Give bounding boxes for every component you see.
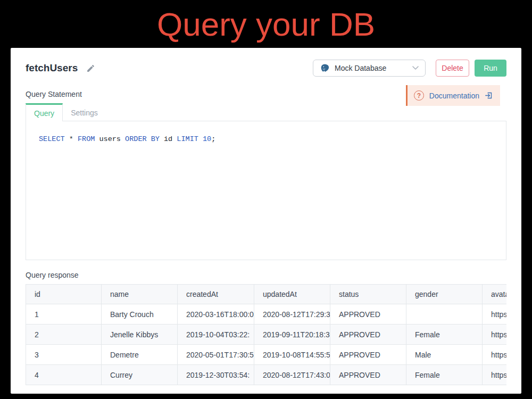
column-header-updatedAt: updatedAt <box>254 285 330 304</box>
cell-createdAt: 2020-05-01T17:30:5 <box>178 345 254 365</box>
cell-avatar: https:// <box>483 304 507 325</box>
response-section-label: Query response <box>26 271 506 279</box>
table-row: 1Barty Crouch2020-03-16T18:00:02020-08-1… <box>26 304 507 325</box>
column-header-name: name <box>102 285 178 304</box>
chevron-down-icon <box>412 66 419 70</box>
cell-name: Demetre <box>102 345 178 365</box>
documentation-label: Documentation <box>429 92 479 100</box>
column-header-id: id <box>26 285 102 304</box>
datasource-selected: Mock Database <box>335 64 408 72</box>
cell-status: APPROVED <box>330 365 406 385</box>
delete-button[interactable]: Delete <box>436 60 469 77</box>
cell-name: Currey <box>102 365 178 385</box>
cell-status: APPROVED <box>330 304 406 325</box>
cell-avatar: https:// <box>483 365 507 385</box>
query-panel: fetchUsers Mock Database <box>11 48 521 394</box>
column-header-createdAt: createdAt <box>178 285 254 304</box>
toolbar-controls: Mock Database Delete Run <box>313 60 506 77</box>
cell-id: 4 <box>26 365 102 385</box>
column-header-gender: gender <box>406 285 483 304</box>
cell-gender: Male <box>406 345 483 365</box>
cell-avatar: https:// <box>483 325 507 345</box>
cell-updatedAt: 2019-09-11T20:18:3 <box>254 325 330 345</box>
sql-editor[interactable]: SELECT * FROM users ORDER BY id LIMIT 10… <box>26 121 506 260</box>
cell-status: APPROVED <box>330 345 406 365</box>
question-circle-icon: ? <box>414 90 424 101</box>
table-header-row: idnamecreatedAtupdatedAtstatusgenderavat… <box>26 285 507 304</box>
datasource-dropdown[interactable]: Mock Database <box>313 60 426 77</box>
documentation-link[interactable]: ? Documentation <box>406 85 500 106</box>
cell-status: APPROVED <box>330 325 406 345</box>
cell-updatedAt: 2020-08-12T17:43:0 <box>254 365 330 385</box>
query-response-table: idnamecreatedAtupdatedAtstatusgenderavat… <box>26 284 506 385</box>
cell-avatar: https:// <box>483 345 507 365</box>
external-link-icon <box>485 92 493 99</box>
page: Query your DB fetchUsers Mock Database <box>0 0 532 399</box>
cell-gender: Female <box>406 325 483 345</box>
column-header-status: status <box>330 285 406 304</box>
cell-updatedAt: 2019-10-08T14:55:5 <box>254 345 330 365</box>
cell-createdAt: 2020-03-16T18:00:0 <box>178 304 254 325</box>
postgresql-icon <box>320 63 330 73</box>
cell-updatedAt: 2020-08-12T17:29:3 <box>254 304 330 325</box>
run-button[interactable]: Run <box>475 60 506 77</box>
table-row: 3Demetre2020-05-01T17:30:52019-10-08T14:… <box>26 345 507 365</box>
query-name-wrap: fetchUsers <box>26 62 95 74</box>
tab-settings[interactable]: Settings <box>63 103 106 121</box>
query-response-container: idnamecreatedAtupdatedAtstatusgenderavat… <box>26 284 506 385</box>
query-name: fetchUsers <box>26 62 78 74</box>
query-toolbar: fetchUsers Mock Database <box>26 48 506 77</box>
edit-pencil-icon[interactable] <box>86 64 95 73</box>
table-row: 4Currey2019-12-30T03:54:2020-08-12T17:43… <box>26 365 507 385</box>
cell-id: 2 <box>26 325 102 345</box>
page-title: Query your DB <box>0 0 532 48</box>
cell-createdAt: 2019-12-30T03:54: <box>178 365 254 385</box>
cell-id: 3 <box>26 345 102 365</box>
sql-code-line: SELECT * FROM users ORDER BY id LIMIT 10… <box>39 135 493 143</box>
cell-gender <box>406 304 483 325</box>
cell-name: Barty Crouch <box>102 304 178 325</box>
cell-createdAt: 2019-10-04T03:22: <box>178 325 254 345</box>
table-row: 2Jenelle Kibbys2019-10-04T03:22:2019-09-… <box>26 325 507 345</box>
cell-name: Jenelle Kibbys <box>102 325 178 345</box>
tab-query[interactable]: Query <box>26 103 63 121</box>
cell-id: 1 <box>26 304 102 325</box>
column-header-avatar: avatar <box>483 285 507 304</box>
cell-gender: Female <box>406 365 483 385</box>
